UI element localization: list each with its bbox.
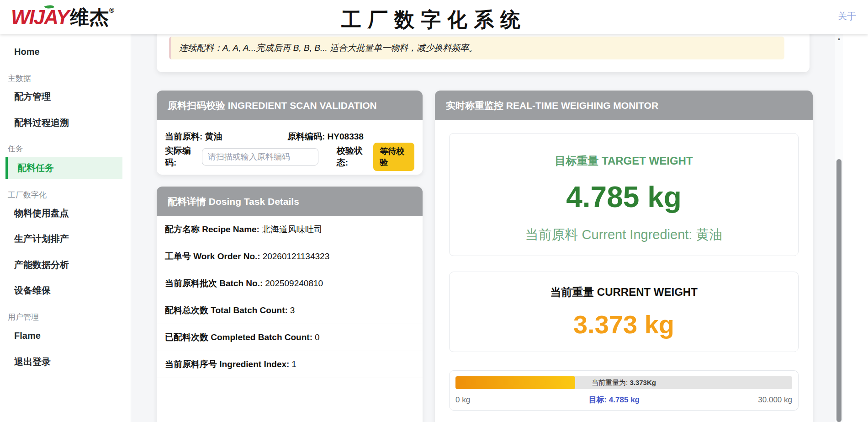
ingredient-code: 原料编码: HY08338 (287, 131, 364, 143)
scrollbar-thumb[interactable] (836, 159, 842, 422)
sidebar-item-equipment-maintenance[interactable]: 设备维保 (14, 283, 51, 297)
main-content: 连续配料：A, A, A...完成后再 B, B, B... 适合大批量单一物料… (131, 34, 868, 422)
detail-row-ingredient-index: 当前原料序号 Ingredient Index:1 (157, 351, 423, 378)
detail-row-work-order: 工单号 Work Order No.:20260121134323 (157, 243, 423, 270)
scan-row-input: 实际编码: 校验状态: 等待校验 (165, 146, 414, 168)
sidebar-item-dosing-task-active[interactable]: 配料任务 (5, 157, 122, 179)
scan-card-title: 原料扫码校验 INGREDIENT SCAN VALIDATION (157, 91, 423, 120)
sidebar-section-master-data: 主数据 (8, 72, 31, 85)
scan-validation-card: 原料扫码校验 INGREDIENT SCAN VALIDATION 当前原料: … (157, 91, 423, 175)
sidebar-section-user-mgmt: 用户管理 (8, 310, 39, 324)
detail-label: 工单号 Work Order No.: (165, 251, 260, 261)
sidebar-item-capacity-analysis[interactable]: 产能数据分析 (14, 258, 69, 272)
detail-value: 3 (290, 305, 295, 315)
sidebar-item-material-inventory[interactable]: 物料使用盘点 (14, 206, 69, 220)
detail-value: 202509240810 (265, 278, 323, 288)
scrollbar-up-arrow[interactable]: ▲ (835, 36, 843, 41)
page-title: 工厂数字化系统 (0, 6, 868, 33)
sidebar-section-factory-digital: 工厂数字化 (8, 188, 47, 202)
status-badge: 等待校验 (373, 143, 414, 171)
scrollbar-track[interactable]: ▲ (835, 34, 843, 422)
monitor-card-title: 实时称重监控 REAL-TIME WEIGHING MONITOR (435, 91, 813, 120)
current-ingredient-value: 黄油 (205, 132, 222, 141)
notice-card: 连续配料：A, A, A...完成后再 B, B, B... 适合大批量单一物料… (157, 34, 810, 72)
weight-progress-panel: 当前重量为: 3.373Kg 0 kg 目标: 4.785 kg 30.000 … (449, 370, 799, 411)
details-card-title: 配料详情 Dosing Task Details (157, 187, 423, 216)
current-ingredient-label: 当前原料: (165, 132, 202, 141)
detail-label: 已配料次数 Completed Batch Count: (165, 332, 312, 342)
scale-target-value: 4.785 kg (607, 395, 640, 404)
detail-label: 配方名称 Recipe Name: (165, 224, 259, 234)
detail-label: 当前原料序号 Ingredient Index: (165, 359, 289, 369)
current-weight-value: 3.373 kg (450, 310, 798, 339)
current-ingredient: 当前原料: 黄油 (165, 131, 287, 143)
scale-target-label: 目标: (588, 395, 607, 404)
sidebar-item-flame[interactable]: Flame (14, 329, 41, 342)
about-link[interactable]: 关于 (838, 10, 856, 22)
detail-value: 20260121134323 (263, 251, 330, 261)
current-weight-title: 当前重量 CURRENT WEIGHT (450, 285, 798, 299)
weighing-monitor-card: 实时称重监控 REAL-TIME WEIGHING MONITOR 目标重量 T… (435, 91, 813, 422)
current-ingredient-subtitle: 当前原料 Current Ingredient: 黄油 (450, 226, 798, 244)
scan-card-body: 当前原料: 黄油 原料编码: HY08338 实际编码: 校验状态: 等待校验 (157, 120, 423, 168)
progress-bar: 当前重量为: 3.373Kg (455, 376, 792, 389)
scale-max: 30.000 kg (758, 395, 792, 405)
detail-row-total-batches: 配料总次数 Total Batch Count:3 (157, 297, 423, 324)
scan-code-input[interactable] (202, 148, 318, 166)
progress-bar-label: 当前重量为: 3.373Kg (455, 376, 792, 389)
target-weight-value: 4.785 kg (450, 180, 798, 214)
detail-value: 北海道风味吐司 (262, 224, 323, 234)
ingredient-code-value: HY08338 (328, 132, 364, 141)
detail-row-completed-batches: 已配料次数 Completed Batch Count:0 (157, 324, 423, 351)
progress-scale: 0 kg 目标: 4.785 kg 30.000 kg (455, 395, 792, 405)
target-weight-title: 目标重量 TARGET WEIGHT (450, 154, 798, 168)
detail-row-batch-no: 当前原料批次 Batch No.:202509240810 (157, 270, 423, 297)
sidebar-section-tasks: 任务 (8, 142, 23, 156)
sidebar-item-production-planning[interactable]: 生产计划排产 (14, 232, 69, 246)
sidebar-item-logout[interactable]: 退出登录 (14, 355, 51, 369)
current-weight-panel: 当前重量 CURRENT WEIGHT 3.373 kg (449, 272, 799, 352)
app-header: WIJAY 维杰 ® 工厂数字化系统 关于 (0, 0, 868, 34)
sidebar-item-recipe-mgmt[interactable]: 配方管理 (14, 90, 51, 103)
ingredient-code-label: 原料编码: (287, 132, 325, 141)
detail-value: 0 (315, 332, 320, 342)
continuous-dosing-notice: 连续配料：A, A, A...完成后再 B, B, B... 适合大批量单一物料… (169, 37, 784, 59)
sidebar-item-dosing-trace[interactable]: 配料过程追溯 (14, 116, 69, 129)
detail-label: 当前原料批次 Batch No.: (165, 278, 263, 288)
detail-row-recipe-name: 配方名称 Recipe Name:北海道风味吐司 (157, 216, 423, 243)
detail-value: 1 (291, 359, 296, 369)
scale-min: 0 kg (455, 395, 470, 405)
progress-label-text: 当前重量为: (592, 379, 630, 386)
progress-label-value: 3.373Kg (630, 379, 656, 386)
actual-code-label: 实际编码: (165, 145, 197, 169)
scale-target: 目标: 4.785 kg (588, 395, 640, 405)
validation-status-label: 校验状态: (337, 145, 369, 169)
right-margin-strip (843, 34, 868, 422)
sidebar-item-home[interactable]: Home (14, 45, 40, 59)
dosing-details-card: 配料详情 Dosing Task Details 配方名称 Recipe Nam… (157, 187, 423, 422)
detail-label: 配料总次数 Total Batch Count: (165, 305, 288, 315)
sidebar: Home 主数据 配方管理 配料过程追溯 任务 配料任务 工厂数字化 物料使用盘… (0, 34, 131, 422)
target-weight-panel: 目标重量 TARGET WEIGHT 4.785 kg 当前原料 Current… (449, 133, 799, 256)
